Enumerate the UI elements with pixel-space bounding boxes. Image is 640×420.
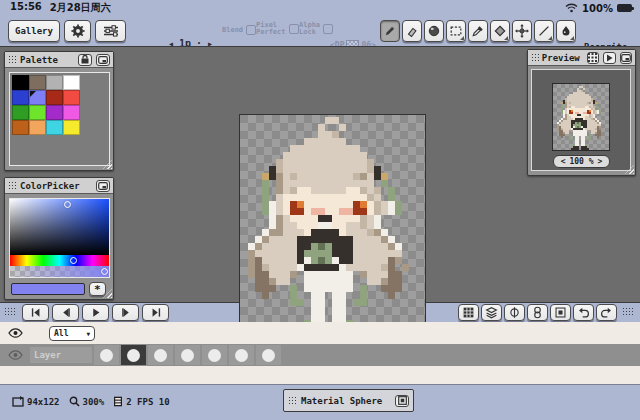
shape-tool-button[interactable]	[490, 20, 510, 42]
frame-cel[interactable]	[228, 344, 255, 366]
alpha-slider[interactable]	[10, 266, 109, 277]
palette-swatch[interactable]	[46, 75, 63, 90]
color-options-button[interactable]: *	[89, 282, 106, 296]
preview-float-button[interactable]	[620, 52, 632, 64]
cel-content-dot	[100, 349, 113, 362]
cel-content-dot	[154, 349, 167, 362]
eraser-tool-button[interactable]	[402, 20, 422, 42]
hue-cursor[interactable]	[70, 257, 77, 264]
previous-frame-button[interactable]	[52, 304, 79, 321]
zoom-out-button[interactable]: <	[561, 157, 566, 166]
go-to-last-frame-button[interactable]	[142, 304, 169, 321]
layers-button[interactable]	[481, 304, 502, 321]
select-tool-button[interactable]	[446, 20, 466, 42]
drag-handle-icon[interactable]	[531, 53, 539, 62]
frame-cel[interactable]	[147, 344, 174, 366]
frame-cel[interactable]	[93, 344, 120, 366]
play-icon	[606, 54, 613, 62]
colorpicker-float-button[interactable]	[96, 180, 110, 192]
palette-swatch[interactable]	[12, 75, 29, 90]
palette-swatch[interactable]	[46, 90, 63, 105]
frame-cel[interactable]	[120, 344, 147, 366]
gallery-button[interactable]: Gallery	[8, 20, 60, 42]
preview-play-button[interactable]	[603, 52, 615, 64]
palette-swatch[interactable]	[29, 120, 46, 135]
material-sphere-panel[interactable]: Material Sphere	[283, 389, 414, 412]
eyedropper-tool-button[interactable]	[468, 20, 488, 42]
blend-checkbox-box[interactable]	[246, 25, 256, 35]
next-frame-button[interactable]	[112, 304, 139, 321]
redo-button[interactable]	[596, 304, 617, 321]
preview-panel-header[interactable]: Preview	[528, 50, 635, 66]
skip-end-icon	[150, 307, 162, 318]
cel-content-dot	[127, 349, 140, 362]
chevron-down-icon: ▼	[86, 330, 90, 337]
palette-swatch[interactable]	[12, 120, 29, 135]
redo-icon	[600, 306, 613, 319]
playback-controls	[22, 304, 169, 321]
frame-header-row: All ▼ 1234567	[0, 322, 640, 344]
palette-lock-button[interactable]	[78, 54, 92, 66]
zoom-in-button[interactable]: >	[598, 157, 603, 166]
move-tool-button[interactable]	[512, 20, 532, 42]
go-to-first-frame-button[interactable]	[22, 304, 49, 321]
palette-swatch[interactable]	[29, 105, 46, 120]
material-restore-button[interactable]	[395, 395, 409, 407]
pixel-perfect-checkbox[interactable]: Pixel Perfect	[256, 22, 299, 36]
loop-button[interactable]	[504, 304, 525, 321]
eraser-icon	[405, 24, 419, 38]
undo-button[interactable]	[573, 304, 594, 321]
alpha-cursor[interactable]	[101, 268, 108, 275]
flyout-indicator	[570, 36, 574, 40]
preview-title: Preview	[542, 53, 580, 63]
alpha-lock-checkbox-box[interactable]	[323, 24, 333, 34]
timeline-drag-handle[interactable]	[4, 307, 17, 317]
drag-handle-icon[interactable]	[288, 396, 297, 405]
workspace-layout-button[interactable]	[95, 20, 126, 42]
palette-swatch[interactable]	[29, 75, 46, 90]
top-toolbar: Gallery ◂ 1p · ▸ Blend Pixel Perfect Alp…	[0, 16, 640, 46]
settings-button[interactable]	[64, 20, 91, 42]
sphere-tool-button[interactable]	[424, 20, 444, 42]
play-button[interactable]	[82, 304, 109, 321]
onion-skin-button[interactable]	[527, 304, 548, 321]
layer-filter-select[interactable]: All ▼	[49, 326, 95, 341]
palette-swatch[interactable]	[63, 120, 80, 135]
timeline-drag-handle[interactable]	[622, 307, 635, 317]
palette-panel-header[interactable]: Palette	[5, 52, 113, 68]
palette-title: Palette	[20, 55, 58, 65]
tile-grid-button[interactable]	[458, 304, 479, 321]
palette-swatch[interactable]	[12, 90, 29, 105]
preview-grid-button[interactable]	[587, 52, 599, 64]
frame-bounds-button[interactable]	[550, 304, 571, 321]
palette-swatch[interactable]	[29, 90, 46, 105]
drag-handle-icon[interactable]	[8, 181, 17, 190]
layer-visibility-eye-icon[interactable]	[8, 350, 23, 360]
palette-swatch[interactable]	[63, 105, 80, 120]
layer-name[interactable]: Layer	[30, 347, 92, 363]
palette-swatch[interactable]	[63, 90, 80, 105]
palette-swatch[interactable]	[12, 105, 29, 120]
magnifier-icon	[69, 396, 80, 407]
frame-cel[interactable]	[255, 344, 282, 366]
palette-swatch[interactable]	[63, 75, 80, 90]
drag-handle-icon[interactable]	[8, 55, 17, 64]
palette-float-button[interactable]	[96, 54, 110, 66]
ink-tool-button[interactable]	[556, 20, 576, 42]
palette-swatch[interactable]	[46, 105, 63, 120]
footer-status-bar: 94x122 300% 2 FPS 10	[12, 396, 170, 407]
pixel-perfect-checkbox-box[interactable]	[289, 24, 299, 34]
pencil-tool-button[interactable]	[380, 20, 400, 42]
alpha-lock-checkbox[interactable]: Alpha Lock	[299, 22, 333, 36]
frame-cel[interactable]	[174, 344, 201, 366]
line-tool-button[interactable]	[534, 20, 554, 42]
hue-slider[interactable]	[10, 255, 109, 266]
saturation-value-box[interactable]	[10, 199, 109, 255]
colorpicker-panel-header[interactable]: ColorPicker	[5, 178, 113, 194]
colorpicker-panel: ColorPicker *	[4, 177, 114, 300]
visibility-eye-icon[interactable]	[8, 328, 23, 338]
frame-cel[interactable]	[201, 344, 228, 366]
sv-cursor[interactable]	[64, 201, 71, 208]
blend-checkbox[interactable]: Blend	[222, 25, 256, 35]
palette-swatch[interactable]	[46, 120, 63, 135]
